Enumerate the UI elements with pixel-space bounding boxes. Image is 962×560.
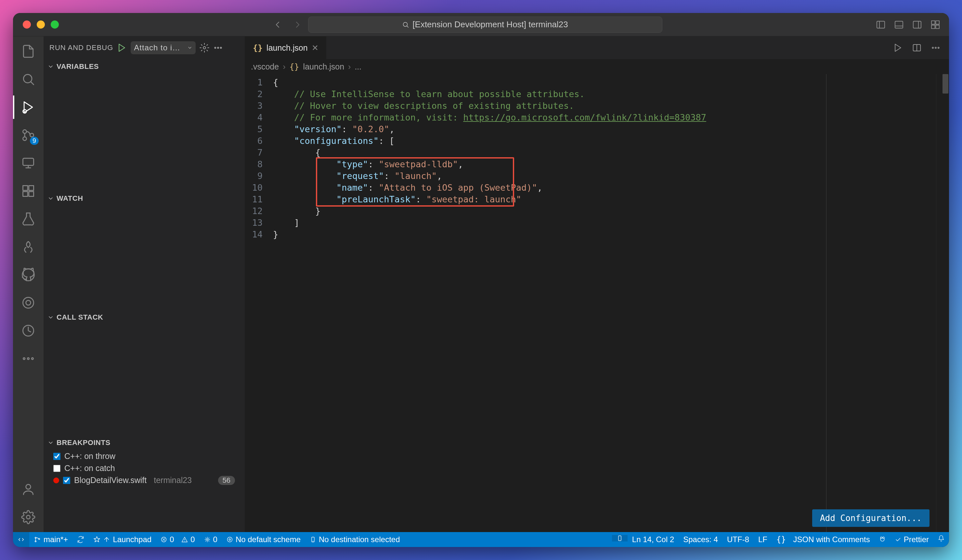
svg-point-34: [938, 47, 939, 48]
remote-indicator[interactable]: [13, 532, 29, 547]
svg-rect-14: [23, 186, 28, 191]
search-activity-icon[interactable]: [20, 71, 37, 88]
svg-point-30: [220, 47, 222, 48]
svg-point-45: [882, 537, 884, 539]
encoding-status[interactable]: UTF-8: [723, 535, 754, 544]
breakpoint-row[interactable]: C++: on catch: [44, 462, 245, 474]
git-graph-icon[interactable]: [20, 322, 37, 339]
indentation-status[interactable]: Spaces: 4: [679, 535, 723, 544]
explorer-icon[interactable]: [20, 43, 37, 60]
svg-rect-7: [936, 25, 939, 29]
svg-rect-4: [931, 21, 935, 24]
breakpoint-file-row[interactable]: BlogDetailView.swift terminal23 56: [44, 474, 245, 486]
svg-point-0: [404, 22, 408, 26]
scheme-status[interactable]: No default scheme: [222, 532, 305, 547]
svg-rect-17: [29, 191, 34, 196]
svg-point-8: [23, 74, 32, 83]
ports-status[interactable]: 0: [200, 532, 222, 547]
testing-icon[interactable]: [20, 211, 37, 227]
breakpoint-path: terminal23: [154, 476, 192, 485]
source-control-icon[interactable]: 9: [20, 127, 37, 143]
split-editor-icon[interactable]: [912, 43, 922, 53]
debug-gear-icon[interactable]: [200, 43, 209, 53]
breakpoint-row[interactable]: C++: on throw: [44, 450, 245, 462]
language-mode[interactable]: {} JSON with Comments: [772, 535, 875, 544]
callstack-section: CALL STACK: [44, 310, 245, 435]
command-center[interactable]: [Extension Development Host] terminal23: [308, 16, 662, 33]
search-icon: [402, 21, 409, 28]
eol-status[interactable]: LF: [754, 535, 772, 544]
svg-point-32: [932, 47, 933, 48]
breadcrumbs[interactable]: .vscode › {} launch.json › ...: [245, 59, 949, 74]
debug-sidebar: RUN AND DEBUG Attach to iOS a VARIABLES: [44, 36, 245, 532]
breadcrumb-trail[interactable]: ...: [355, 62, 362, 71]
launch-config-label: Attach to iOS a: [134, 43, 185, 52]
launchpad-status[interactable]: Launchpad: [89, 532, 156, 547]
activity-bar: 9: [13, 36, 44, 532]
line-numbers: 1234567891011121314: [245, 74, 267, 532]
prettier-status[interactable]: Prettier: [890, 535, 933, 544]
customize-layout-icon[interactable]: [930, 19, 941, 30]
svg-rect-2: [895, 21, 903, 28]
simulator-icon[interactable]: [612, 535, 628, 541]
toggle-primary-sidebar-icon[interactable]: [876, 19, 886, 30]
cursor-position[interactable]: Ln 14, Col 2: [628, 535, 679, 544]
tab-launch-json[interactable]: {} launch.json ✕: [245, 36, 327, 59]
breakpoint-checkbox[interactable]: [63, 477, 70, 484]
launch-config-select[interactable]: Attach to iOS a: [131, 41, 196, 54]
variables-section: VARIABLES: [44, 59, 245, 191]
watch-header[interactable]: WATCH: [44, 191, 245, 206]
notifications-icon[interactable]: [933, 535, 949, 541]
svg-rect-13: [23, 158, 34, 165]
settings-gear-icon[interactable]: [20, 509, 37, 526]
editor-ruler: [826, 74, 826, 532]
svg-point-23: [27, 358, 29, 360]
sync-icon[interactable]: [73, 532, 89, 547]
breakpoint-checkbox[interactable]: [53, 453, 60, 460]
close-tab-icon[interactable]: ✕: [312, 43, 318, 53]
svg-point-41: [229, 539, 231, 541]
svg-rect-16: [23, 191, 28, 196]
status-bar: main*+ Launchpad 0 0 0 No default scheme…: [13, 532, 949, 547]
sweetpad-icon[interactable]: [20, 238, 37, 255]
problems-status[interactable]: 0 0: [156, 532, 199, 547]
svg-rect-1: [877, 21, 885, 28]
extensions-icon[interactable]: [20, 183, 37, 200]
more-icon[interactable]: [20, 350, 37, 367]
nav-arrows: [272, 19, 303, 30]
minimize-window[interactable]: [37, 21, 45, 29]
more-tab-actions-icon[interactable]: [931, 43, 941, 53]
git-branch[interactable]: main*+: [29, 532, 73, 547]
close-window[interactable]: [23, 21, 31, 29]
start-debug-icon[interactable]: [117, 43, 127, 53]
minimap-thumb[interactable]: [943, 74, 948, 93]
code-editor[interactable]: 1234567891011121314 { // Use IntelliSens…: [245, 74, 949, 532]
debug-header: RUN AND DEBUG Attach to iOS a: [44, 36, 245, 59]
breakpoints-header[interactable]: BREAKPOINTS: [44, 435, 245, 450]
debug-header-title: RUN AND DEBUG: [49, 43, 113, 52]
nav-forward-icon[interactable]: [292, 19, 303, 30]
maximize-window[interactable]: [51, 21, 59, 29]
gitlens-icon[interactable]: [20, 294, 37, 311]
nav-back-icon[interactable]: [272, 19, 283, 30]
callstack-header[interactable]: CALL STACK: [44, 310, 245, 325]
remote-explorer-icon[interactable]: [20, 154, 37, 172]
toggle-secondary-sidebar-icon[interactable]: [912, 19, 922, 30]
code-content[interactable]: { // Use IntelliSense to learn about pos…: [267, 74, 936, 532]
accounts-icon[interactable]: [20, 481, 37, 498]
toggle-panel-icon[interactable]: [894, 19, 904, 30]
breadcrumb-file[interactable]: launch.json: [303, 62, 344, 71]
breakpoint-checkbox[interactable]: [53, 465, 60, 472]
variables-header[interactable]: VARIABLES: [44, 59, 245, 74]
more-actions-icon[interactable]: [213, 43, 223, 53]
copilot-icon[interactable]: [875, 535, 890, 541]
run-debug-icon[interactable]: [20, 99, 37, 116]
svg-point-22: [23, 358, 25, 360]
minimap[interactable]: [936, 74, 949, 532]
destination-status[interactable]: No destination selected: [305, 532, 405, 547]
run-icon[interactable]: [893, 43, 903, 53]
add-configuration-button[interactable]: Add Configuration...: [812, 509, 930, 527]
breadcrumb-folder[interactable]: .vscode: [251, 62, 279, 71]
github-icon[interactable]: [20, 266, 37, 283]
breakpoint-dot-icon: [53, 478, 59, 483]
